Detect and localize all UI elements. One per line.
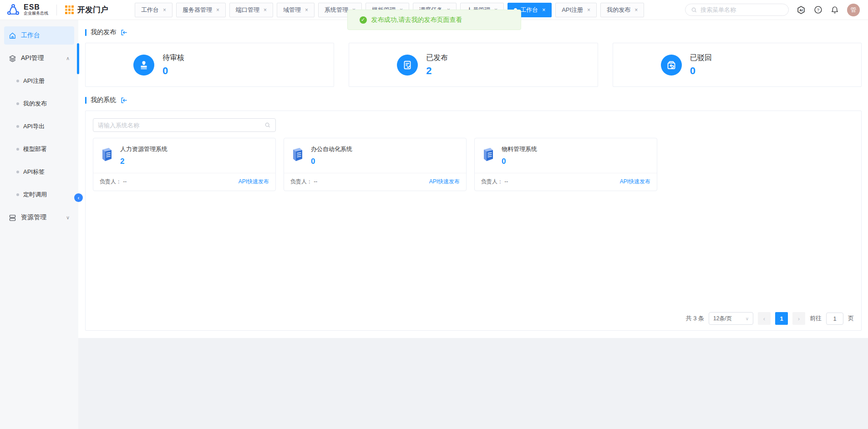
sidebar-sub-api-export[interactable]: API导出 — [4, 117, 74, 136]
svg-text:AI: AI — [799, 8, 803, 12]
tab-label: 工作台 — [520, 6, 538, 14]
stat-label: 待审核 — [162, 53, 184, 63]
tab-label: API注册 — [562, 6, 583, 14]
api-quick-publish-link[interactable]: API快速发布 — [620, 178, 650, 186]
sidebar-item-api-mgmt[interactable]: API管理 ∧ — [4, 49, 74, 67]
sidebar-sub-model-deploy[interactable]: 模型部署 — [4, 140, 74, 158]
tab-label: 服务器管理 — [183, 6, 212, 14]
sidebar-item-resource-mgmt[interactable]: 资源管理 ∨ — [4, 208, 74, 227]
menu-search[interactable] — [685, 4, 789, 16]
stat-label: 已发布 — [426, 53, 448, 63]
close-icon[interactable]: × — [163, 7, 166, 13]
stamp-icon — [133, 55, 154, 76]
jump-to-page-icon[interactable] — [120, 96, 128, 104]
system-search-input[interactable] — [98, 122, 264, 129]
section-title: 我的系统 — [91, 96, 116, 104]
close-icon[interactable]: × — [216, 7, 219, 13]
stat-card-published[interactable]: 已发布 2 — [349, 43, 598, 87]
tab-server-mgmt[interactable]: 服务器管理 × — [176, 3, 226, 17]
stat-card-pending[interactable]: 待审核 0 — [85, 43, 334, 87]
portal-name: 开发门户 — [77, 5, 108, 15]
layers-icon — [9, 55, 16, 62]
stat-value: 0 — [690, 65, 695, 76]
success-check-icon: ✓ — [360, 16, 367, 24]
scrollbar-thumb[interactable] — [77, 43, 79, 74]
tab-api-register[interactable]: API注册 × — [555, 3, 597, 17]
system-count: 0 — [311, 157, 352, 166]
esb-logo-icon — [6, 3, 20, 17]
sidebar-sub-label: 定时调用 — [23, 191, 47, 199]
stat-value: 2 — [426, 65, 431, 76]
owner-value: -- — [314, 178, 317, 185]
page-number-current[interactable]: 1 — [775, 312, 788, 325]
bullet-icon — [16, 171, 19, 173]
section-accent-bar — [85, 29, 86, 36]
help-icon[interactable]: ? — [813, 5, 822, 15]
system-search[interactable] — [93, 118, 276, 132]
close-icon[interactable]: × — [264, 7, 267, 13]
system-name: 人力资源管理系统 — [120, 145, 168, 153]
close-icon[interactable]: × — [305, 7, 308, 13]
tab-port-mgmt[interactable]: 端口管理 × — [229, 3, 273, 17]
tab-my-publish[interactable]: 我的发布 × — [600, 3, 644, 17]
sidebar-sub-label: API注册 — [23, 77, 45, 85]
svg-text:?: ? — [817, 7, 819, 12]
sidebar-collapse-button[interactable]: ‹ — [74, 193, 83, 202]
sidebar-sub-scheduled-call[interactable]: 定时调用 — [4, 186, 74, 204]
search-input[interactable] — [700, 6, 773, 13]
bell-icon[interactable] — [830, 5, 839, 15]
sidebar-sub-api-register[interactable]: API注册 — [4, 72, 74, 90]
stat-value: 0 — [162, 65, 168, 76]
sidebar-sub-label: 我的发布 — [23, 100, 47, 108]
tab-domain-mgmt[interactable]: 域管理 × — [277, 3, 315, 17]
chevron-up-icon: ∧ — [66, 56, 70, 61]
system-box-icon — [100, 147, 113, 162]
page-size-value: 12条/页 — [713, 315, 732, 323]
close-icon[interactable]: × — [587, 7, 590, 13]
close-icon[interactable]: × — [542, 7, 545, 13]
sidebar-sub-my-publish[interactable]: 我的发布 — [4, 95, 74, 113]
user-avatar[interactable]: 管 — [847, 4, 860, 16]
bullet-icon — [16, 125, 19, 128]
bullet-icon — [16, 148, 19, 151]
tab-label: 端口管理 — [236, 6, 259, 14]
my-systems-section-header: 我的系统 — [85, 96, 862, 104]
system-name: 物料管理系统 — [502, 145, 537, 153]
api-quick-publish-link[interactable]: API快速发布 — [239, 178, 269, 186]
bullet-icon — [16, 80, 19, 82]
jump-to-page-icon[interactable] — [120, 29, 128, 36]
prev-page-button[interactable]: ‹ — [758, 312, 771, 325]
ai-assistant-icon[interactable]: AI — [797, 5, 806, 15]
goto-page-input[interactable] — [826, 313, 843, 325]
system-card-oa[interactable]: 办公自动化系统 0 负责人： -- API快速发布 — [284, 138, 467, 191]
logo-title: ESB — [24, 4, 48, 11]
page-size-select[interactable]: 12条/页 ∨ — [709, 312, 753, 325]
brand-logo: ESB 企业服务总线 开发门户 — [0, 3, 108, 17]
system-name: 办公自动化系统 — [311, 145, 352, 153]
tab-label: 工作台 — [141, 6, 159, 14]
tab-workbench[interactable]: 工作台 × — [135, 3, 173, 17]
sidebar-sub-api-tags[interactable]: API标签 — [4, 163, 74, 181]
page-unit-label: 页 — [848, 314, 854, 323]
my-systems-panel: 人力资源管理系统 2 负责人： -- API快速发布 — [85, 111, 862, 331]
system-count: 0 — [502, 157, 537, 166]
chevron-down-icon: ∨ — [746, 316, 749, 321]
system-card-material[interactable]: 物料管理系统 0 负责人： -- API快速发布 — [474, 138, 657, 191]
stat-card-rejected[interactable]: 已驳回 0 — [613, 43, 862, 87]
sidebar-item-label: 资源管理 — [21, 213, 46, 222]
close-icon[interactable]: × — [635, 7, 638, 13]
owner-label: 负责人： — [481, 178, 503, 185]
next-page-button[interactable]: › — [792, 312, 805, 325]
api-quick-publish-link[interactable]: API快速发布 — [429, 178, 460, 186]
home-icon — [9, 32, 16, 40]
sidebar-item-workbench[interactable]: 工作台 — [4, 26, 74, 45]
total-count: 共 3 条 — [686, 314, 704, 323]
sidebar-sub-label: API标签 — [23, 168, 45, 176]
portal-title: 开发门户 — [65, 5, 108, 15]
return-box-icon — [661, 55, 682, 76]
system-card-hr[interactable]: 人力资源管理系统 2 负责人： -- API快速发布 — [93, 138, 276, 191]
logo-subtitle: 企业服务总线 — [24, 11, 48, 15]
header-actions: AI ? 管 — [685, 4, 868, 16]
publish-stats-row: 待审核 0 已发布 2 — [85, 43, 862, 87]
sidebar-item-label: 工作台 — [21, 31, 40, 40]
